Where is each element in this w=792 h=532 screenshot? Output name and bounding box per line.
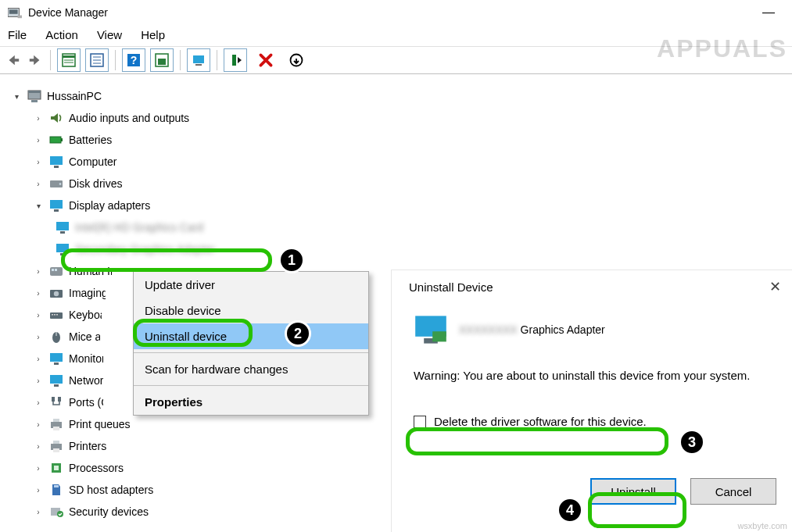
expand-icon[interactable]: ▾ [33, 200, 44, 211]
svg-rect-4 [63, 55, 75, 58]
tree-item-label: Print queues [69, 418, 131, 430]
checkbox-icon[interactable] [414, 416, 426, 428]
toolbar-update-button[interactable] [187, 48, 210, 72]
svg-rect-36 [54, 314, 56, 316]
expand-icon[interactable]: › [33, 331, 44, 342]
uninstall-button[interactable]: Uninstall [590, 478, 676, 505]
printer-icon [48, 416, 64, 432]
tree-item-label: SD host adapters [69, 484, 153, 496]
tree-root[interactable]: ▾ HussainPC [11, 85, 792, 107]
expand-icon[interactable]: › [33, 287, 44, 298]
tree-item-label: Batteries [69, 134, 112, 146]
toolbar-properties-button[interactable] [85, 48, 109, 72]
device-name: XXXXXXXX Graphics Adapter [459, 323, 605, 336]
svg-rect-34 [50, 312, 63, 319]
svg-rect-40 [50, 353, 63, 362]
delete-driver-checkbox-row[interactable]: Delete the driver software for this devi… [414, 413, 778, 430]
svg-rect-18 [61, 138, 63, 141]
tree-display-adapters[interactable]: ▾ Display adapters [11, 195, 792, 216]
svg-rect-16 [31, 100, 38, 102]
svg-rect-37 [56, 314, 58, 316]
expand-icon[interactable]: › [33, 506, 44, 517]
expand-icon[interactable]: › [33, 178, 44, 189]
svg-rect-59 [432, 331, 446, 341]
tree-display-item-1[interactable]: Intel(R) HD Graphics Card [11, 216, 792, 238]
audio-icon [48, 110, 64, 126]
expand-icon[interactable]: › [33, 112, 44, 123]
menu-file[interactable]: File [8, 28, 27, 41]
tree-computer[interactable]: › Computer [11, 151, 792, 173]
ctx-scan-hardware[interactable]: Scan for hardware changes [134, 356, 368, 382]
security-icon [48, 504, 64, 520]
svg-rect-30 [52, 269, 54, 271]
ctx-update-driver[interactable]: Update driver [134, 272, 368, 298]
checkbox-label: Delete the driver software for this devi… [434, 415, 647, 428]
close-icon[interactable]: ✕ [769, 278, 781, 295]
camera-icon [48, 285, 64, 301]
expand-icon[interactable]: › [33, 353, 44, 364]
expand-icon[interactable]: › [33, 134, 44, 145]
svg-rect-23 [50, 200, 63, 209]
expand-icon[interactable]: › [33, 375, 44, 386]
menu-view[interactable]: View [97, 28, 122, 41]
svg-rect-53 [54, 466, 59, 470]
svg-point-22 [59, 183, 62, 185]
svg-rect-27 [56, 244, 69, 252]
menu-help[interactable]: Help [141, 28, 165, 41]
svg-rect-20 [54, 166, 59, 168]
tree-audio[interactable]: › Audio inputs and outputs [11, 107, 792, 129]
toolbar-show-hidden-button[interactable] [57, 48, 81, 72]
svg-rect-2 [18, 16, 22, 19]
toolbar-back-button[interactable] [5, 52, 22, 69]
tree-batteries[interactable]: › Batteries [11, 129, 792, 151]
ctx-properties[interactable]: Properties [134, 389, 368, 415]
ctx-uninstall-device[interactable]: Uninstall device [134, 323, 368, 349]
context-menu: Update driver Disable device Uninstall d… [133, 271, 369, 416]
expand-icon[interactable]: › [33, 419, 44, 430]
toolbar-uninstall-icon[interactable] [252, 52, 280, 69]
expand-icon[interactable]: › [33, 462, 44, 473]
mouse-icon [48, 329, 64, 345]
toolbar: ? [0, 46, 792, 74]
tree-display-item-2[interactable]: Secondary Graphics Adapter [11, 238, 792, 260]
svg-rect-11 [195, 64, 202, 66]
tree-item-label: Computer [69, 155, 116, 168]
hid-icon [48, 263, 64, 279]
expand-icon[interactable]: › [33, 484, 44, 495]
svg-rect-12 [232, 55, 236, 66]
toolbar-scan-button[interactable] [150, 48, 174, 72]
svg-rect-44 [52, 397, 55, 402]
expand-icon[interactable]: › [33, 441, 44, 452]
cancel-button[interactable]: Cancel [690, 478, 776, 505]
expand-icon[interactable]: › [33, 309, 44, 320]
dialog-title: Uninstall Device [409, 280, 493, 294]
svg-rect-35 [52, 314, 53, 316]
keyboard-icon [48, 307, 64, 323]
sd-icon [48, 482, 64, 498]
display-icon [55, 241, 70, 257]
expand-icon[interactable]: ▾ [11, 91, 22, 102]
cpu-icon [48, 460, 64, 476]
minimize-button[interactable]: — [753, 5, 784, 20]
expand-icon[interactable]: › [33, 397, 44, 408]
menu-action[interactable]: Action [45, 28, 78, 41]
network-icon [48, 373, 64, 388]
svg-rect-17 [50, 137, 61, 143]
svg-rect-43 [54, 384, 59, 387]
svg-text:?: ? [131, 54, 138, 66]
toolbar-enable-button[interactable] [224, 48, 247, 72]
expand-icon[interactable]: › [33, 266, 44, 277]
expand-icon[interactable]: › [33, 156, 44, 167]
svg-point-56 [57, 511, 63, 517]
svg-rect-26 [60, 231, 65, 234]
toolbar-help-button[interactable]: ? [122, 48, 145, 72]
svg-rect-15 [28, 91, 41, 93]
tree-item-label: Ports (COM & LPT) [69, 396, 103, 409]
svg-rect-31 [55, 269, 57, 271]
tree-item-label: Mice and other pointing devices [69, 330, 100, 343]
tree-disk[interactable]: › Disk drives [11, 173, 792, 195]
ctx-disable-device[interactable]: Disable device [134, 298, 368, 323]
toolbar-disable-icon[interactable] [285, 52, 308, 68]
ctx-separator [134, 385, 368, 386]
toolbar-forward-button[interactable] [27, 52, 44, 69]
